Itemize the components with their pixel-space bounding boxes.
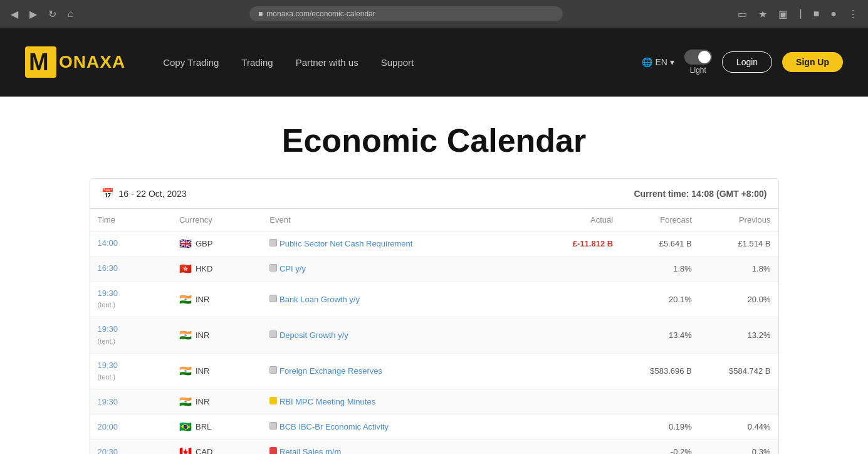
theme-toggle-container: Light	[684, 50, 712, 75]
event-link[interactable]: Bank Loan Growth y/y	[280, 295, 360, 304]
currency-code: HKD	[196, 264, 212, 273]
table-row: 19:30(tent.)🇮🇳INR Bank Loan Growth y/y20…	[90, 282, 778, 317]
table-row: 19:30🇮🇳INR RBI MPC Meeting Minutes	[90, 389, 778, 414]
actual-cell	[544, 256, 621, 282]
currency-code: BRL	[196, 422, 211, 431]
event-link[interactable]: Public Sector Net Cash Requirement	[280, 239, 412, 248]
table-row: 14:00🇬🇧GBP Public Sector Net Cash Requir…	[90, 231, 778, 256]
event-link[interactable]: RBI MPC Meeting Minutes	[280, 397, 375, 406]
logo[interactable]: M ONAXA	[25, 46, 125, 78]
currency-cell: 🇮🇳INR	[172, 389, 262, 414]
event-link[interactable]: Deposit Growth y/y	[280, 330, 348, 340]
previous-cell: £1.514 B	[699, 231, 778, 256]
event-link[interactable]: BCB IBC-Br Economic Activity	[280, 422, 389, 431]
table-row: 19:30(tent.)🇮🇳INR Deposit Growth y/y13.4…	[90, 317, 778, 353]
actual-cell	[544, 353, 621, 389]
flag-icon: 🇮🇳	[179, 329, 192, 341]
forecast-cell: 20.1%	[620, 282, 699, 317]
browser-toolbar-right: ▭ ★ ▣ | ■ ● ⋮	[735, 7, 860, 21]
profile-icon[interactable]: ●	[828, 7, 839, 21]
currency-code: INR	[196, 366, 209, 376]
forecast-value: 1.8%	[673, 264, 692, 273]
event-link[interactable]: Foreign Exchange Reserves	[280, 366, 382, 376]
currency-cell: 🇬🇧GBP	[172, 231, 262, 256]
lang-selector[interactable]: 🌐 EN ▾	[642, 57, 674, 67]
nav-trading[interactable]: Trading	[241, 57, 273, 68]
event-cell: Public Sector Net Cash Requirement	[262, 231, 543, 256]
event-link[interactable]: Retail Sales m/m	[280, 447, 341, 454]
nav-copy-trading[interactable]: Copy Trading	[163, 57, 219, 68]
time-cell: 19:30(tent.)	[90, 282, 172, 317]
event-cell: Foreign Exchange Reserves	[262, 353, 543, 389]
nav-support[interactable]: Support	[381, 57, 414, 68]
previous-cell: 0.3%	[699, 440, 778, 454]
refresh-button[interactable]: ↻	[45, 7, 60, 21]
forecast-cell: 1.8%	[620, 256, 699, 282]
currency-cell: 🇮🇳INR	[172, 353, 262, 389]
col-actual: Actual	[544, 209, 621, 231]
forecast-cell: $583.696 B	[620, 353, 699, 389]
extensions-icon[interactable]: ▣	[776, 7, 790, 21]
calendar-table-wrapper[interactable]: Time Currency Event Actual Forecast Prev…	[90, 209, 778, 454]
menu-icon[interactable]: ⋮	[845, 7, 860, 21]
forward-button[interactable]: ▶	[26, 7, 40, 21]
actual-cell	[544, 414, 621, 440]
previous-cell: 20.0%	[699, 282, 778, 317]
logo-text: ONAXA	[59, 52, 125, 72]
calendar-body: 14:00🇬🇧GBP Public Sector Net Cash Requir…	[90, 231, 778, 455]
actual-cell	[544, 317, 621, 353]
event-cell: CPI y/y	[262, 256, 543, 282]
split-screen-icon[interactable]: ■	[811, 7, 822, 21]
impact-indicator	[269, 264, 277, 272]
signup-button[interactable]: Sign Up	[782, 52, 843, 72]
browser-chrome: ◀ ▶ ↻ ⌂ ■ monaxa.com/economic-calendar ▭…	[0, 0, 868, 28]
flag-icon: 🇭🇰	[179, 263, 192, 275]
event-link[interactable]: CPI y/y	[280, 264, 306, 273]
currency-code: GBP	[196, 239, 212, 248]
previous-value: £1.514 B	[738, 239, 770, 248]
current-time-label: Current time:	[634, 189, 689, 199]
event-cell: Retail Sales m/m	[262, 440, 543, 454]
divider: |	[797, 7, 804, 21]
impact-indicator	[269, 295, 277, 302]
home-button[interactable]: ⌂	[65, 7, 77, 21]
table-row: 20:00🇧🇷BRL BCB IBC-Br Economic Activity0…	[90, 414, 778, 440]
theme-label: Light	[690, 66, 706, 75]
nav-partner[interactable]: Partner with us	[296, 57, 358, 68]
currency-cell: 🇨🇦CAD	[172, 440, 262, 454]
url-text: monaxa.com/economic-calendar	[266, 9, 375, 18]
address-bar[interactable]: ■ monaxa.com/economic-calendar	[249, 6, 563, 21]
navbar: M ONAXA Copy Trading Trading Partner wit…	[0, 28, 868, 97]
forecast-value: 20.1%	[669, 295, 692, 304]
flag-icon: 🇮🇳	[179, 365, 192, 377]
previous-value: 1.8%	[752, 264, 771, 273]
impact-indicator	[269, 422, 277, 430]
event-cell: BCB IBC-Br Economic Activity	[262, 414, 543, 440]
login-button[interactable]: Login	[722, 51, 772, 73]
event-cell: RBI MPC Meeting Minutes	[262, 389, 543, 414]
previous-cell	[699, 389, 778, 414]
back-button[interactable]: ◀	[8, 7, 21, 21]
actual-cell	[544, 282, 621, 317]
logo-icon: M	[25, 46, 56, 78]
current-time: Current time: 14:08 (GMT +8:00)	[634, 189, 766, 199]
col-event: Event	[262, 209, 543, 231]
flag-icon: 🇮🇳	[179, 396, 192, 408]
table-row: 16:30🇭🇰HKD CPI y/y1.8%1.8%	[90, 256, 778, 282]
previous-value: 20.0%	[748, 295, 771, 304]
table-row: 20:30🇨🇦CAD Retail Sales m/m-0.2%0.3%	[90, 440, 778, 454]
theme-toggle[interactable]	[684, 50, 712, 65]
time-cell: 19:30	[90, 389, 172, 414]
svg-text:M: M	[29, 49, 49, 75]
previous-value: 0.3%	[752, 447, 771, 454]
forecast-value: £5.641 B	[659, 239, 692, 248]
table-row: 19:30(tent.)🇮🇳INR Foreign Exchange Reser…	[90, 353, 778, 389]
actual-value: £-11.812 B	[573, 239, 613, 248]
time-cell: 19:30(tent.)	[90, 353, 172, 389]
date-range-text: 16 - 22 Oct, 2023	[119, 189, 187, 199]
currency-cell: 🇭🇰HKD	[172, 256, 262, 282]
bookmark-icon[interactable]: ★	[756, 7, 770, 21]
theme-toggle-knob	[698, 51, 711, 63]
forecast-value: -0.2%	[671, 447, 692, 454]
translate-icon[interactable]: ▭	[735, 7, 750, 21]
